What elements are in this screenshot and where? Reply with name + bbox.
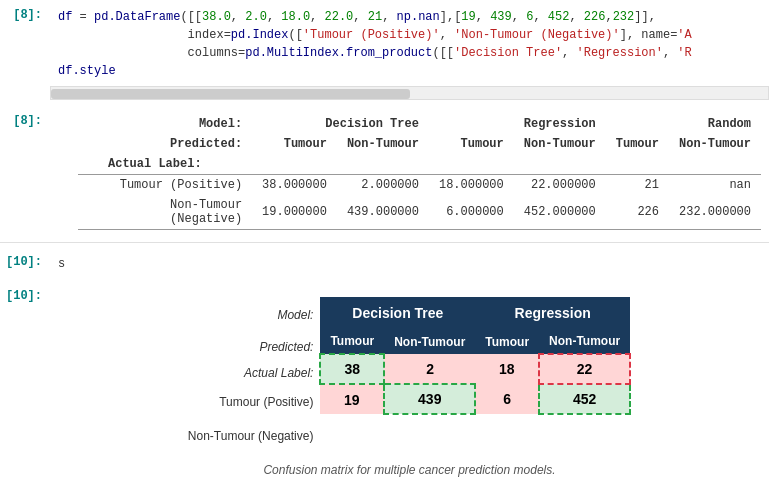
cell-8-output: [8]: Model: Decision Tree Regression Ran… <box>0 106 769 238</box>
table-row: Tumour (Positive) 38.000000 2.000000 18.… <box>78 175 761 196</box>
plain-th-spacer4 <box>514 154 606 175</box>
row-label-tumour: Tumour (Positive) <box>98 175 252 196</box>
cell-10-code: s <box>50 251 769 277</box>
cell-10-output-number: [10]: <box>0 285 50 489</box>
plain-th-spacer3 <box>429 154 514 175</box>
cell-8-output-content: Model: Decision Tree Regression Random P… <box>50 110 769 234</box>
plain-table: Model: Decision Tree Regression Random P… <box>78 114 761 230</box>
plain-th-model: Model: <box>98 114 252 134</box>
cell-10-input-number: [10]: <box>0 251 50 277</box>
styled-th-tumour1: Tumour <box>320 329 384 354</box>
plain-th-spacer2 <box>337 154 429 175</box>
styled-th-nontumour1: Non-Tumour <box>384 329 475 354</box>
cell-18: 18.000000 <box>429 175 514 196</box>
table-row: Non-Tumour (Negative) 19.000000 439.0000… <box>78 195 761 230</box>
cell-38: 38.000000 <box>252 175 337 196</box>
table-row: 38 2 18 22 <box>320 354 630 384</box>
plain-th-spacer6 <box>669 154 761 175</box>
cell-10-output-content: Model: Predicted: Actual Label: Tumour (… <box>50 285 769 489</box>
row-label-nontumour: Non-Tumour (Negative) <box>98 195 252 230</box>
label-tumour-pos: Tumour (Positive) <box>188 385 314 419</box>
styled-th-tumour2: Tumour <box>475 329 539 354</box>
cell-reg-fp: 6 <box>475 384 539 414</box>
plain-th-dt: Decision Tree <box>252 114 429 134</box>
cell-reg-tn: 452 <box>539 384 630 414</box>
cell-dt-fp: 19 <box>320 384 384 414</box>
plain-th-nontumour3: Non-Tumour <box>669 134 761 154</box>
plain-th-nontumour1: Non-Tumour <box>337 134 429 154</box>
cell-2: 2.000000 <box>337 175 429 196</box>
cell-8-code: df = pd.DataFrame([[38.0, 2.0, 18.0, 22.… <box>50 4 769 102</box>
styled-th-nontumour2: Non-Tumour <box>539 329 630 354</box>
table-row: 19 439 6 452 <box>320 384 630 414</box>
styled-th-dt: Decision Tree <box>320 297 475 329</box>
cell-10-output: [10]: Model: Predicted: Actual Label: Tu… <box>0 281 769 493</box>
code-block-8: df = pd.DataFrame([[38.0, 2.0, 18.0, 22.… <box>50 4 769 84</box>
plain-th-tumour1: Tumour <box>252 134 337 154</box>
plain-th-reg: Regression <box>429 114 606 134</box>
plain-th-empty <box>78 114 98 134</box>
plain-th-predicted: Predicted: <box>98 134 252 154</box>
divider-1 <box>0 242 769 243</box>
row-empty2 <box>78 195 98 230</box>
styled-table: Decision Tree Regression Tumour Non-Tumo… <box>319 297 631 415</box>
label-model: Model: <box>188 297 314 333</box>
plain-th-tumour2: Tumour <box>429 134 514 154</box>
cell-10-input: [10]: s <box>0 247 769 281</box>
cell-8-input-number: [8]: <box>0 4 50 102</box>
caption: Confusion matrix for multiple cancer pre… <box>263 463 555 477</box>
cell-22: 22.000000 <box>514 175 606 196</box>
plain-th-empty2 <box>78 134 98 154</box>
cell-8-output-number: [8]: <box>0 110 50 234</box>
cell-232: 232.000000 <box>669 195 761 230</box>
cell-439: 439.000000 <box>337 195 429 230</box>
cell-reg-tp: 18 <box>475 354 539 384</box>
plain-th-empty3 <box>78 154 98 175</box>
scrollbar-thumb-8[interactable] <box>51 89 410 99</box>
plain-th-rand: Random <box>606 114 761 134</box>
cell-dt-tp: 38 <box>320 354 384 384</box>
cell-nan: nan <box>669 175 761 196</box>
scrollbar-8[interactable] <box>50 86 769 100</box>
cell-452: 452.000000 <box>514 195 606 230</box>
cell-21: 21 <box>606 175 669 196</box>
plain-th-spacer5 <box>606 154 669 175</box>
cell-8-input: [8]: df = pd.DataFrame([[38.0, 2.0, 18.0… <box>0 0 769 106</box>
styled-table-wrapper: Model: Predicted: Actual Label: Tumour (… <box>188 297 631 453</box>
styled-th-reg: Regression <box>475 297 630 329</box>
plain-th-spacer1 <box>252 154 337 175</box>
label-predicted: Predicted: <box>188 333 314 361</box>
styled-labels: Model: Predicted: Actual Label: Tumour (… <box>188 297 320 453</box>
cell-6: 6.000000 <box>429 195 514 230</box>
plain-th-tumour3: Tumour <box>606 134 669 154</box>
plain-th-nontumour2: Non-Tumour <box>514 134 606 154</box>
row-empty <box>78 175 98 196</box>
code-block-10: s <box>50 251 769 277</box>
styled-output: Model: Predicted: Actual Label: Tumour (… <box>58 289 761 485</box>
cell-19: 19.000000 <box>252 195 337 230</box>
label-actual: Actual Label: <box>188 361 314 385</box>
cell-dt-fn: 2 <box>384 354 475 384</box>
cell-reg-fn: 22 <box>539 354 630 384</box>
cell-226: 226 <box>606 195 669 230</box>
cell-dt-tn: 439 <box>384 384 475 414</box>
label-nontumour-neg: Non-Tumour (Negative) <box>188 419 314 453</box>
plain-th-actual: Actual Label: <box>98 154 252 175</box>
